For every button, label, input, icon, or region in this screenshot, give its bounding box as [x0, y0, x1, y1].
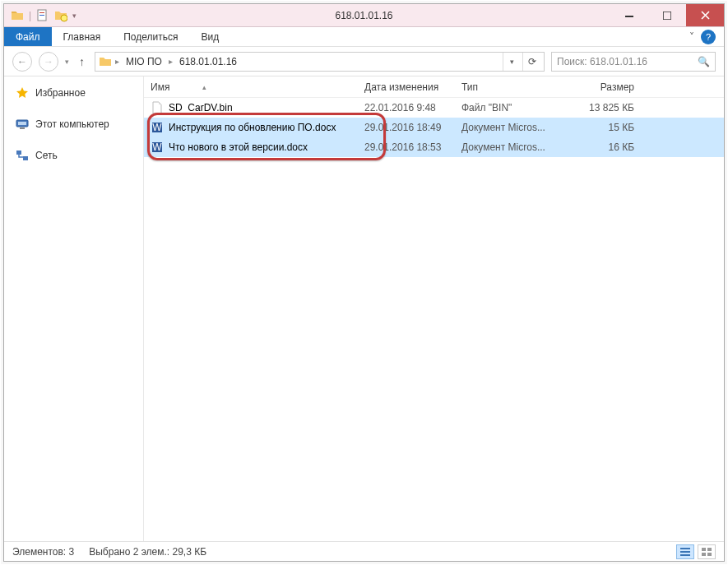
file-date: 29.01.2016 18:49: [364, 122, 461, 133]
svg-rect-19: [707, 548, 712, 551]
sidebar-label: Избранное: [35, 87, 86, 99]
file-date: 29.01.2016 18:53: [364, 141, 461, 153]
ribbon-expand-icon[interactable]: ˅: [689, 31, 694, 43]
file-name: Инструкция по обновлению ПО.docx: [169, 122, 336, 133]
title-bar[interactable]: | ▾ 618.01.01.16: [4, 4, 724, 27]
minimize-button[interactable]: [610, 4, 648, 26]
column-header-type[interactable]: Тип: [461, 81, 559, 93]
svg-rect-15: [680, 548, 690, 549]
maximize-button[interactable]: [648, 4, 686, 26]
sidebar-item-favorites[interactable]: Избранное: [4, 83, 143, 103]
qat-dropdown-icon[interactable]: ▾: [72, 12, 77, 20]
svg-text:W: W: [152, 122, 162, 133]
file-icon: [151, 101, 164, 114]
svg-rect-16: [680, 551, 690, 553]
star-icon: [16, 86, 29, 100]
view-details-button[interactable]: [676, 544, 694, 559]
sidebar-label: Этот компьютер: [35, 118, 109, 130]
file-rows: SD_CarDV.bin 22.01.2016 9:48 Файл "BIN" …: [144, 98, 724, 541]
tab-file[interactable]: Файл: [4, 27, 52, 46]
breadcrumb-item[interactable]: 618.01.01.16: [176, 56, 240, 67]
file-date: 22.01.2016 9:48: [364, 102, 461, 113]
network-icon: [16, 149, 29, 162]
body: Избранное Этот компьютер Сеть Имя▴ Дата …: [4, 76, 724, 541]
file-size: 15 КБ: [559, 122, 641, 133]
forward-button[interactable]: →: [39, 52, 58, 72]
status-bar: Элементов: 3 Выбрано 2 элем.: 29,3 КБ: [4, 541, 724, 561]
tab-home[interactable]: Главная: [52, 27, 113, 46]
sidebar-item-network[interactable]: Сеть: [4, 146, 143, 165]
navigation-pane[interactable]: Избранное Этот компьютер Сеть: [4, 76, 144, 541]
svg-text:W: W: [152, 141, 162, 153]
svg-rect-18: [702, 548, 706, 551]
ribbon-tabs: Файл Главная Поделиться Вид ˅ ?: [4, 27, 724, 47]
navigation-bar: ← → ▾ ↑ ▸ MIO ПО ▸ 618.01.01.16 ▾ ⟳ Поис…: [4, 47, 724, 76]
view-icons-button[interactable]: [698, 544, 716, 559]
svg-rect-21: [707, 553, 712, 556]
chevron-right-icon[interactable]: ▸: [169, 57, 173, 66]
svg-rect-2: [39, 15, 44, 16]
tab-share[interactable]: Поделиться: [112, 27, 189, 46]
window-controls: [610, 4, 724, 26]
svg-rect-9: [16, 151, 21, 155]
computer-icon: [16, 118, 29, 131]
svg-rect-20: [702, 553, 706, 556]
file-row[interactable]: WИнструкция по обновлению ПО.docx 29.01.…: [144, 118, 724, 137]
properties-icon[interactable]: [36, 9, 49, 22]
column-header-date[interactable]: Дата изменения: [364, 81, 461, 93]
explorer-window: | ▾ 618.01.01.16 Файл Главная Поделиться…: [3, 3, 725, 562]
column-label: Имя: [151, 81, 169, 93]
sidebar-item-this-pc[interactable]: Этот компьютер: [4, 114, 143, 134]
file-type: Документ Micros...: [461, 141, 559, 153]
svg-rect-8: [20, 127, 25, 129]
recent-dropdown-icon[interactable]: ▾: [65, 58, 69, 66]
file-size: 13 825 КБ: [559, 102, 641, 113]
status-item-count: Элементов: 3: [12, 546, 74, 558]
file-size: 16 КБ: [559, 141, 641, 153]
search-input[interactable]: Поиск: 618.01.01.16 🔍: [551, 52, 716, 72]
file-type: Документ Micros...: [461, 122, 559, 133]
address-dropdown-icon[interactable]: ▾: [503, 53, 521, 71]
tab-view[interactable]: Вид: [189, 27, 230, 46]
breadcrumb-item[interactable]: MIO ПО: [123, 56, 165, 67]
qat-divider: |: [29, 10, 31, 21]
breadcrumb-label: 618.01.01.16: [179, 56, 237, 67]
file-name: Что нового в этой версии.docx: [169, 141, 308, 153]
word-icon: W: [151, 121, 164, 134]
word-icon: W: [151, 141, 164, 154]
column-headers[interactable]: Имя▴ Дата изменения Тип Размер: [144, 76, 724, 98]
svg-rect-17: [680, 554, 690, 556]
back-button[interactable]: ←: [12, 52, 32, 72]
address-bar[interactable]: ▸ MIO ПО ▸ 618.01.01.16 ▾ ⟳: [95, 52, 545, 72]
svg-rect-1: [39, 12, 44, 13]
sidebar-label: Сеть: [35, 150, 58, 161]
status-selection: Выбрано 2 элем.: 29,3 КБ: [89, 546, 206, 558]
file-type: Файл "BIN": [461, 102, 559, 113]
search-placeholder: Поиск: 618.01.01.16: [557, 56, 693, 67]
file-list-area: Имя▴ Дата изменения Тип Размер SD_CarDV.…: [144, 76, 724, 541]
column-header-size[interactable]: Размер: [559, 81, 641, 93]
file-row[interactable]: SD_CarDV.bin 22.01.2016 9:48 Файл "BIN" …: [144, 98, 724, 118]
column-header-name[interactable]: Имя▴: [151, 81, 364, 93]
chevron-right-icon[interactable]: ▸: [115, 57, 119, 66]
folder-icon: [99, 55, 112, 68]
refresh-button[interactable]: ⟳: [522, 53, 540, 71]
help-icon[interactable]: ?: [701, 30, 716, 44]
new-folder-icon[interactable]: [54, 9, 67, 22]
close-button[interactable]: [686, 4, 724, 26]
search-icon: 🔍: [698, 56, 710, 67]
file-row[interactable]: WЧто нового в этой версии.docx 29.01.201…: [144, 137, 724, 157]
file-name: SD_CarDV.bin: [169, 102, 233, 113]
sort-indicator-icon: ▴: [202, 83, 206, 91]
quick-access-toolbar: | ▾: [4, 9, 77, 22]
breadcrumb-label: MIO ПО: [126, 56, 162, 67]
svg-point-3: [61, 15, 67, 21]
svg-rect-4: [625, 16, 633, 17]
svg-rect-7: [18, 122, 26, 125]
up-button[interactable]: ↑: [76, 55, 88, 68]
svg-rect-5: [663, 12, 671, 20]
folder-icon: [11, 9, 24, 22]
